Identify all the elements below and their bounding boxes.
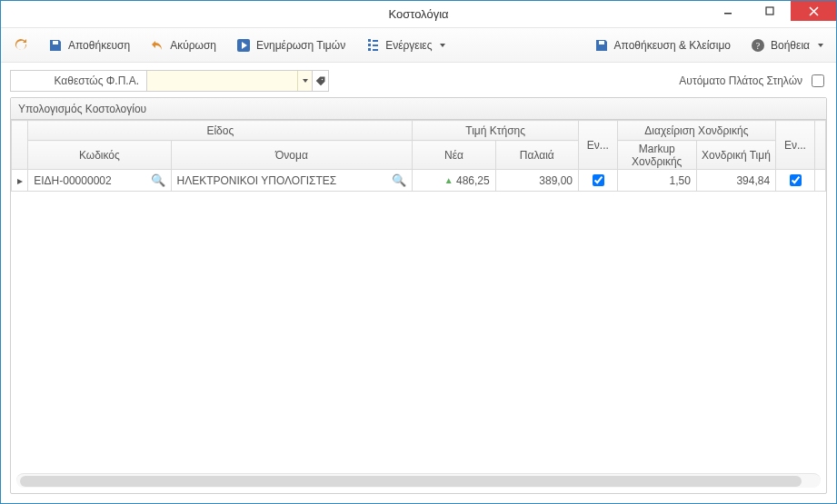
refresh-button[interactable] (10, 35, 32, 56)
cancel-label: Ακύρωση (170, 39, 216, 52)
col-extra-header[interactable] (814, 121, 825, 170)
group-acq-header[interactable]: Τιμή Κτήσης (413, 121, 579, 141)
cell-name[interactable]: ΗΛΕΚΤΡΟΝΙΚΟΙ ΥΠΟΛΟΓΙΣΤΕΣ 🔍 (171, 170, 413, 192)
update-prices-button[interactable]: Ενημέρωση Τιμών (233, 35, 349, 56)
vat-field: Καθεστώς Φ.Π.Α. (10, 70, 329, 92)
sort-asc-icon: ▲ (444, 175, 453, 185)
toolbar: Αποθήκευση Ακύρωση Ενημέρωση Τιμών Ενέργ… (1, 28, 836, 63)
lookup-icon[interactable]: 🔍 (151, 173, 165, 187)
row-indicator-header[interactable] (12, 121, 28, 170)
cell-extra (814, 170, 825, 192)
vat-input-wrap (147, 71, 312, 91)
filter-row: Καθεστώς Φ.Π.Α. Αυτόματο Πλάτος Στηλών (10, 70, 827, 92)
refresh-icon (14, 38, 28, 53)
save-close-label: Αποθήκευση & Κλείσιμο (614, 39, 731, 52)
help-menu[interactable]: ? Βοήθεια (747, 35, 827, 56)
cell-new[interactable]: ▲ 486,25 (413, 170, 495, 192)
col-en1-header[interactable]: Εν... (579, 121, 618, 170)
scrollbar-thumb[interactable] (20, 476, 802, 487)
help-label: Βοήθεια (771, 39, 810, 52)
cancel-button[interactable]: Ακύρωση (146, 35, 220, 56)
col-new-header[interactable]: Νέα (413, 141, 495, 170)
cell-wholesale-price[interactable]: 394,84 (696, 170, 775, 192)
cell-old[interactable]: 389,00 (495, 170, 578, 192)
save-button[interactable]: Αποθήκευση (45, 35, 134, 56)
save-label: Αποθήκευση (68, 39, 130, 52)
vat-label: Καθεστώς Φ.Π.Α. (11, 71, 147, 91)
vat-clear-button[interactable] (312, 71, 328, 91)
close-button[interactable] (791, 1, 836, 21)
table-row[interactable]: ▸ ΕΙΔΗ-00000002 🔍 ΗΛΕΚΤΡΟΝΙΚΟΙ ΥΠΟΛΟΓΙΣΤ… (12, 170, 826, 192)
auto-width-label: Αυτόματο Πλάτος Στηλών (679, 74, 802, 87)
cell-en2[interactable] (776, 170, 815, 192)
tools-icon (365, 38, 380, 53)
minimize-button[interactable] (707, 1, 749, 21)
lookup-icon[interactable]: 🔍 (392, 173, 406, 187)
auto-width-checkbox[interactable] (812, 74, 824, 87)
group-wholesale-header[interactable]: Διαχείριση Χονδρικής (617, 121, 776, 141)
window-controls (707, 1, 836, 21)
col-old-header[interactable]: Παλαιά (495, 141, 578, 170)
actions-menu[interactable]: Ενέργειες (362, 35, 449, 56)
save-close-icon (594, 38, 609, 53)
en2-checkbox[interactable] (790, 174, 802, 186)
col-code-header[interactable]: Κωδικός (28, 141, 171, 170)
maximize-button[interactable] (749, 1, 791, 21)
en1-checkbox[interactable] (593, 174, 604, 186)
tag-clear-icon (315, 75, 326, 86)
cell-code[interactable]: ΕΙΔΗ-00000002 🔍 (28, 170, 171, 192)
content: Καθεστώς Φ.Π.Α. Αυτόματο Πλάτος Στηλών Υ… (1, 63, 836, 503)
undo-icon (150, 38, 164, 53)
actions-label: Ενέργειες (385, 39, 432, 52)
grid-panel: Υπολογισμός Κοστολογίου (10, 97, 827, 494)
grid-scroll[interactable]: Είδος Τιμή Κτήσης Εν... Διαχείριση Χονδρ… (11, 120, 826, 469)
auto-width-toggle[interactable]: Αυτόματο Πλάτος Στηλών (679, 72, 827, 90)
row-indicator: ▸ (12, 170, 28, 192)
help-icon: ? (751, 38, 765, 53)
grid-table: Είδος Τιμή Κτήσης Εν... Διαχείριση Χονδρ… (11, 120, 826, 192)
col-wholesale-price-header[interactable]: Χονδρική Τιμή (696, 141, 775, 170)
window-title: Κοστολόγια (388, 7, 448, 21)
panel-title: Υπολογισμός Κοστολογίου (11, 98, 826, 120)
window: Κοστολόγια Αποθήκευση (0, 0, 837, 504)
vat-dropdown-button[interactable] (297, 71, 312, 91)
cell-en1[interactable] (579, 170, 618, 192)
titlebar: Κοστολόγια (1, 1, 836, 28)
svg-rect-1 (766, 7, 773, 15)
svg-text:?: ? (756, 41, 761, 51)
play-icon (236, 38, 251, 53)
save-icon (48, 38, 63, 53)
col-markup-header[interactable]: Markup Χονδρικής (617, 141, 696, 170)
col-en2-header[interactable]: Εν... (776, 121, 815, 170)
horizontal-scrollbar[interactable] (16, 473, 821, 488)
save-close-button[interactable]: Αποθήκευση & Κλείσιμο (591, 35, 734, 56)
svg-rect-0 (724, 13, 732, 15)
col-name-header[interactable]: Όνομα (171, 141, 413, 170)
vat-input[interactable] (147, 71, 297, 91)
group-item-header[interactable]: Είδος (28, 121, 413, 141)
cell-markup[interactable]: 1,50 (617, 170, 696, 192)
update-prices-label: Ενημέρωση Τιμών (256, 39, 345, 52)
